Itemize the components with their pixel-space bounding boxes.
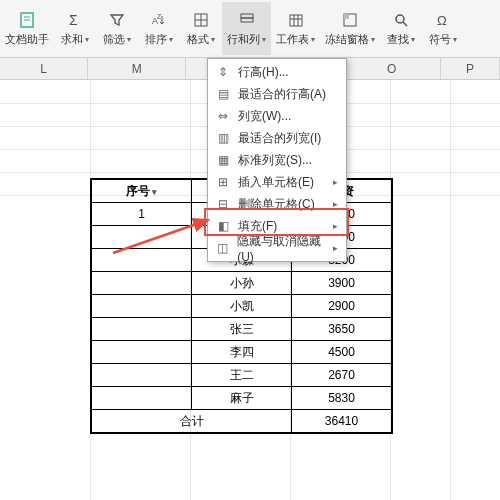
- hide-icon: ◫: [214, 240, 231, 256]
- format-label: 格式: [187, 32, 209, 47]
- table-row: 小凯2900: [92, 295, 392, 318]
- menu-row-height[interactable]: ⇕行高(H)...: [208, 61, 346, 83]
- auto-height-icon: ▤: [214, 86, 232, 102]
- symbol-button[interactable]: Ω 符号▾: [422, 2, 464, 55]
- svg-rect-16: [344, 14, 349, 19]
- row-height-icon: ⇕: [214, 64, 232, 80]
- caret-icon: ▾: [371, 35, 375, 44]
- caret-icon: ▾: [262, 35, 266, 44]
- insert-icon: ⊞: [214, 174, 232, 190]
- std-width-icon: ▦: [214, 152, 232, 168]
- svg-line-18: [403, 22, 407, 26]
- col-header-L[interactable]: L: [0, 58, 88, 79]
- table-row: 张三3650: [92, 318, 392, 341]
- freeze-icon: [340, 10, 360, 30]
- filter-button[interactable]: 筛选▾: [96, 2, 138, 55]
- doc-helper-button[interactable]: 文档助手: [0, 2, 54, 55]
- find-label: 查找: [387, 32, 409, 47]
- auto-width-icon: ▥: [214, 130, 232, 146]
- worksheet-button[interactable]: 工作表▾: [271, 2, 320, 55]
- svg-text:Ω: Ω: [437, 13, 447, 28]
- row-col-button[interactable]: 行和列▾: [222, 2, 271, 55]
- caret-icon: ▾: [85, 35, 89, 44]
- funnel-icon: [107, 10, 127, 30]
- row-col-label: 行和列: [227, 32, 260, 47]
- col-header-P[interactable]: P: [441, 58, 500, 79]
- filter-label: 筛选: [103, 32, 125, 47]
- caret-icon: ▾: [127, 35, 131, 44]
- table-row: 李四4500: [92, 341, 392, 364]
- table-row: 王二2670: [92, 364, 392, 387]
- chevron-right-icon: ▸: [333, 243, 338, 253]
- ribbon-toolbar: 文档助手 Σ 求和▾ 筛选▾ AZ 排序▾ 格式▾ 行和列▾ 工作表▾ 冻结窗格…: [0, 0, 500, 58]
- svg-rect-11: [290, 15, 302, 26]
- doc-icon: [17, 10, 37, 30]
- sum-label: 求和: [61, 32, 83, 47]
- caret-icon: ▾: [169, 35, 173, 44]
- menu-auto-col-width[interactable]: ▥最适合的列宽(I): [208, 127, 346, 149]
- th-seq[interactable]: 序号▾: [92, 180, 192, 203]
- search-icon: [391, 10, 411, 30]
- table-row: 小孙3900: [92, 272, 392, 295]
- sheet-icon: [286, 10, 306, 30]
- caret-icon: ▾: [453, 35, 457, 44]
- svg-point-17: [396, 15, 404, 23]
- svg-text:Z: Z: [157, 13, 162, 20]
- format-button[interactable]: 格式▾: [180, 2, 222, 55]
- symbol-label: 符号: [429, 32, 451, 47]
- menu-insert-cell[interactable]: ⊞插入单元格(E)▸: [208, 171, 346, 193]
- table-row: 麻子5830: [92, 387, 392, 410]
- delete-icon: ⊟: [214, 196, 232, 212]
- freeze-button[interactable]: 冻结窗格▾: [320, 2, 380, 55]
- sort-icon: AZ: [149, 10, 169, 30]
- row-col-dropdown: ⇕行高(H)... ▤最适合的行高(A) ⇔列宽(W)... ▥最适合的列宽(I…: [207, 58, 347, 262]
- find-button[interactable]: 查找▾: [380, 2, 422, 55]
- col-header-O[interactable]: O: [343, 58, 441, 79]
- menu-auto-row-height[interactable]: ▤最适合的行高(A): [208, 83, 346, 105]
- sort-button[interactable]: AZ 排序▾: [138, 2, 180, 55]
- col-header-M[interactable]: M: [88, 58, 186, 79]
- svg-rect-9: [241, 14, 253, 18]
- menu-std-col-width[interactable]: ▦标准列宽(S)...: [208, 149, 346, 171]
- svg-text:Σ: Σ: [69, 12, 78, 28]
- omega-icon: Ω: [433, 10, 453, 30]
- svg-rect-10: [241, 18, 253, 22]
- grid-icon: [191, 10, 211, 30]
- chevron-right-icon: ▸: [333, 221, 338, 231]
- caret-icon: ▾: [211, 35, 215, 44]
- table-row-total: 合计36410: [92, 410, 392, 433]
- col-width-icon: ⇔: [214, 108, 232, 124]
- chevron-right-icon: ▸: [333, 199, 338, 209]
- chevron-right-icon: ▸: [333, 177, 338, 187]
- doc-helper-label: 文档助手: [5, 32, 49, 47]
- menu-delete-cell[interactable]: ⊟删除单元格(C)▸: [208, 193, 346, 215]
- caret-icon: ▾: [311, 35, 315, 44]
- menu-hide-unhide[interactable]: ◫隐藏与取消隐藏(U)▸: [208, 237, 346, 259]
- menu-col-width[interactable]: ⇔列宽(W)...: [208, 105, 346, 127]
- freeze-label: 冻结窗格: [325, 32, 369, 47]
- sort-label: 排序: [145, 32, 167, 47]
- sigma-icon: Σ: [65, 10, 85, 30]
- rowcol-icon: [237, 10, 257, 30]
- fill-icon: ◧: [214, 218, 232, 234]
- sum-button[interactable]: Σ 求和▾: [54, 2, 96, 55]
- caret-icon: ▾: [411, 35, 415, 44]
- worksheet-label: 工作表: [276, 32, 309, 47]
